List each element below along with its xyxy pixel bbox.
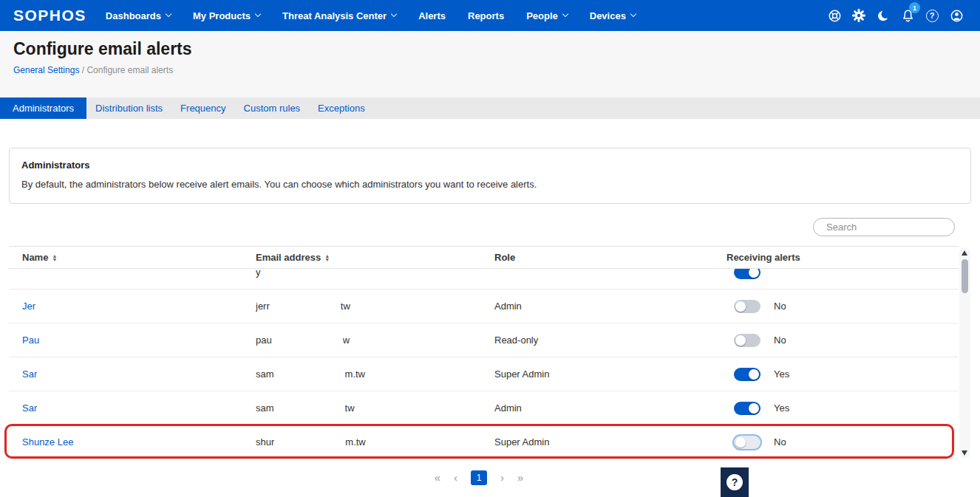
email-suffix: m.tw bbox=[345, 436, 365, 448]
nav-alerts[interactable]: Alerts bbox=[418, 10, 446, 21]
tab-administrators[interactable]: Administrators bbox=[0, 97, 86, 119]
receiving-alerts-toggle[interactable] bbox=[734, 269, 760, 279]
tab-frequency[interactable]: Frequency bbox=[171, 97, 234, 119]
admin-role: Admin bbox=[494, 301, 727, 312]
toggle-knob bbox=[749, 369, 759, 380]
admin-name-link[interactable]: Pau bbox=[22, 335, 39, 346]
column-header-receiving-alerts: Receiving alerts bbox=[727, 252, 959, 263]
account-icon[interactable] bbox=[949, 8, 964, 23]
main-nav: Dashboards My Products Threat Analysis C… bbox=[106, 10, 636, 21]
page-title: Configure email alerts bbox=[13, 39, 192, 59]
sort-icon: ▲▼ bbox=[52, 254, 57, 261]
chevron-down-icon bbox=[562, 11, 568, 17]
help-button[interactable]: ? bbox=[721, 467, 749, 497]
redaction-overlay bbox=[35, 298, 256, 314]
scroll-down-arrow-icon[interactable] bbox=[962, 450, 967, 456]
receiving-alerts-toggle[interactable] bbox=[734, 300, 760, 313]
notification-badge: 1 bbox=[909, 2, 920, 13]
table-row: Pau pau w Read-only No bbox=[9, 323, 959, 357]
nav-people-label: People bbox=[526, 10, 558, 21]
email-prefix: jerr bbox=[256, 301, 270, 312]
breadcrumb: General Settings / Configure email alert… bbox=[13, 65, 173, 75]
tab-exceptions[interactable]: Exceptions bbox=[309, 97, 374, 119]
administrators-table: Name ▲▼ Email address ▲▼ Role Receiving … bbox=[9, 246, 959, 459]
nav-reports[interactable]: Reports bbox=[468, 10, 504, 21]
settings-gear-icon[interactable] bbox=[851, 8, 866, 23]
pagination-first[interactable]: « bbox=[435, 470, 440, 485]
sophos-logo[interactable]: SOPHOS bbox=[13, 7, 86, 24]
redaction-overlay bbox=[272, 332, 343, 348]
redaction-overlay bbox=[270, 298, 341, 314]
receiving-alerts-toggle[interactable] bbox=[734, 334, 760, 347]
tabs-bar: Administrators Distribution lists Freque… bbox=[0, 97, 980, 119]
admin-name-link[interactable]: Shunze Lee bbox=[22, 436, 73, 448]
tab-custom-rules[interactable]: Custom rules bbox=[235, 97, 310, 119]
redaction-overlay bbox=[274, 434, 345, 450]
nav-threat-analysis-center[interactable]: Threat Analysis Center bbox=[282, 10, 396, 21]
receiving-alerts-label: No bbox=[774, 335, 786, 346]
nav-alerts-label: Alerts bbox=[418, 10, 446, 21]
dark-mode-moon-icon[interactable] bbox=[876, 8, 891, 23]
email-suffix: tw bbox=[345, 402, 355, 414]
help-icon[interactable]: ? bbox=[925, 8, 939, 23]
breadcrumb-current: Configure email alerts bbox=[86, 65, 173, 75]
pagination-current-page[interactable]: 1 bbox=[471, 470, 487, 485]
table-row: Jer jerr tw Admin No bbox=[9, 289, 959, 323]
vertical-scrollbar[interactable] bbox=[959, 247, 970, 459]
nav-people[interactable]: People bbox=[526, 10, 568, 21]
pagination-last[interactable]: » bbox=[517, 470, 523, 485]
admin-name-link[interactable]: Sar bbox=[22, 402, 37, 414]
nav-devices-label: Devices bbox=[590, 10, 626, 21]
toggle-knob bbox=[735, 335, 746, 346]
column-header-role: Role bbox=[494, 252, 727, 263]
email-prefix: pau bbox=[256, 335, 272, 346]
nav-devices[interactable]: Devices bbox=[590, 10, 636, 21]
search-input[interactable] bbox=[826, 222, 956, 233]
pagination-next[interactable]: › bbox=[500, 470, 504, 485]
support-icon[interactable] bbox=[827, 8, 842, 23]
breadcrumb-general-settings[interactable]: General Settings bbox=[13, 65, 79, 75]
top-navigation-bar: SOPHOS Dashboards My Products Threat Ana… bbox=[0, 0, 980, 31]
redaction-overlay bbox=[39, 332, 256, 348]
receiving-alerts-toggle[interactable] bbox=[734, 402, 760, 415]
admin-role: Super Admin bbox=[494, 436, 727, 448]
scroll-up-arrow-icon[interactable] bbox=[962, 250, 967, 256]
admin-role: Admin bbox=[494, 402, 727, 414]
administrators-panel: Administrators By default, the administr… bbox=[9, 148, 971, 204]
notifications-bell-icon[interactable]: 1 bbox=[900, 8, 915, 23]
table-row-partial: y bbox=[9, 269, 959, 289]
pagination: « ‹ 1 › » bbox=[0, 470, 958, 485]
email-suffix: m.tw bbox=[345, 369, 365, 380]
tab-distribution-lists[interactable]: Distribution lists bbox=[86, 97, 171, 119]
redaction-overlay bbox=[37, 400, 256, 416]
receiving-alerts-toggle[interactable] bbox=[734, 436, 760, 449]
email-prefix: shur bbox=[256, 436, 274, 448]
email-prefix: sam bbox=[256, 402, 274, 414]
email-suffix: w bbox=[343, 335, 350, 346]
nav-my-products[interactable]: My Products bbox=[193, 10, 260, 21]
redaction-overlay bbox=[261, 269, 332, 280]
panel-description: By default, the administrators below rec… bbox=[21, 179, 959, 190]
chevron-down-icon bbox=[391, 11, 397, 17]
admin-name-link[interactable]: Sar bbox=[22, 369, 37, 380]
redaction-overlay bbox=[73, 434, 256, 450]
receiving-alerts-toggle[interactable] bbox=[734, 368, 760, 381]
admin-name-link[interactable]: Jer bbox=[22, 301, 35, 312]
scrollbar-thumb[interactable] bbox=[962, 259, 968, 293]
table-row: Sar sam m.tw Super Admin Yes bbox=[9, 357, 959, 391]
redaction-overlay bbox=[274, 366, 345, 382]
redaction-overlay bbox=[22, 270, 256, 275]
chevron-down-icon bbox=[166, 11, 171, 17]
pagination-previous[interactable]: ‹ bbox=[454, 470, 457, 485]
page-header: Configure email alerts General Settings … bbox=[0, 31, 980, 97]
nav-dashboards-label: Dashboards bbox=[106, 10, 161, 21]
redaction-overlay bbox=[274, 400, 345, 416]
toggle-knob bbox=[735, 437, 746, 448]
table-row: Sar sam tw Admin Yes bbox=[9, 391, 959, 425]
column-header-email[interactable]: Email address ▲▼ bbox=[256, 252, 494, 263]
chevron-down-icon bbox=[255, 11, 261, 17]
sort-icon: ▲▼ bbox=[324, 254, 330, 261]
nav-dashboards[interactable]: Dashboards bbox=[106, 10, 171, 21]
column-header-name[interactable]: Name ▲▼ bbox=[9, 252, 256, 263]
receiving-alerts-label: No bbox=[774, 436, 786, 448]
